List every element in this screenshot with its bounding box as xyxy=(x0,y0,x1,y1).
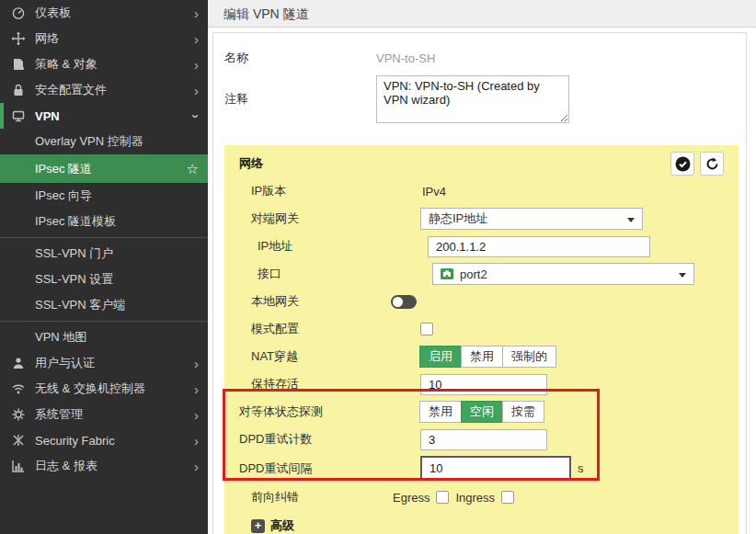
fec-options: Egress Ingress xyxy=(393,491,514,505)
expand-plus-icon[interactable]: + xyxy=(251,519,265,533)
mode-config-label: 模式配置 xyxy=(239,321,420,337)
sidebar-item-label: SSL-VPN 客户端 xyxy=(35,297,125,313)
sidebar-item-system[interactable]: 系统管理 › xyxy=(0,402,208,427)
dpd-disable-button[interactable]: 禁用 xyxy=(419,401,462,423)
fec-ingress-label: Ingress xyxy=(455,491,495,505)
nat-forced-button[interactable]: 强制的 xyxy=(502,346,556,368)
sidebar-item-policy-objects[interactable]: 策略 & 对象 › xyxy=(0,51,208,77)
sidebar-item-dashboard[interactable]: 仪表板 › xyxy=(0,0,208,26)
sidebar-item-sslvpn-portals[interactable]: SSL-VPN 门户 xyxy=(0,241,208,267)
interface-select[interactable]: port2 xyxy=(432,263,694,285)
sidebar-item-label: 用户与认证 xyxy=(35,355,95,371)
sidebar-item-sslvpn-settings[interactable]: SSL-VPN 设置 xyxy=(0,267,208,292)
undo-icon xyxy=(704,156,720,172)
name-value: VPN-to-SH xyxy=(376,51,435,65)
keepalive-row: 保持存活 xyxy=(239,373,724,395)
ip-version-value: IPv4 xyxy=(420,185,446,199)
sidebar-item-wifi-switch-controller[interactable]: 无线 & 交换机控制器 › xyxy=(0,376,208,402)
dpd-retry-count-row: DPD重试计数 xyxy=(239,428,724,450)
page-title: 编辑 VPN 隧道 xyxy=(208,0,756,28)
policy-icon xyxy=(11,57,35,72)
lock-icon xyxy=(11,83,35,97)
chevron-right-icon: › xyxy=(194,408,199,422)
ethernet-port-icon xyxy=(441,268,453,279)
dpd-on-idle-button[interactable]: 空闲 xyxy=(461,401,503,423)
local-gateway-row: 本地网关 xyxy=(239,290,724,312)
sidebar-item-label: 安全配置文件 xyxy=(35,82,107,98)
check-circle-icon xyxy=(675,156,691,172)
dead-peer-detection-row: 对等体状态探测 禁用 空闲 按需 xyxy=(239,401,724,423)
local-gateway-toggle[interactable] xyxy=(391,295,417,309)
sidebar-item-security-fabric[interactable]: Security Fabric › xyxy=(0,427,208,453)
remote-gateway-select[interactable]: 静态IP地址 xyxy=(420,208,643,230)
sidebar-item-overlay-vpn-controller[interactable]: Overlay VPN 控制器 xyxy=(0,129,208,154)
sidebar-item-network[interactable]: 网络 › xyxy=(0,26,208,51)
dpd-on-demand-button[interactable]: 按需 xyxy=(502,401,544,423)
revert-section-button[interactable] xyxy=(700,152,724,176)
sidebar-item-sslvpn-clients[interactable]: SSL-VPN 客户端 xyxy=(0,292,208,318)
sidebar-item-label: SSL-VPN 门户 xyxy=(35,245,113,262)
sidebar-item-vpn-map[interactable]: VPN 地图 xyxy=(0,324,208,350)
interface-row: 接口 port2 xyxy=(239,263,724,285)
fec-ingress-checkbox[interactable] xyxy=(501,491,514,504)
section-actions xyxy=(670,152,724,176)
dpd-retry-count-input[interactable] xyxy=(420,429,547,450)
sidebar-item-label: IPsec 隧道模板 xyxy=(35,213,116,230)
monitor-icon xyxy=(11,108,35,123)
ip-address-input[interactable] xyxy=(428,236,650,257)
sidebar-divider xyxy=(0,237,208,238)
dashboard-icon xyxy=(11,6,35,20)
wifi-icon xyxy=(11,381,35,396)
sidebar-item-ipsec-tunnel-templates[interactable]: IPsec 隧道模板 xyxy=(0,209,208,234)
sidebar-item-ipsec-tunnels[interactable]: IPsec 隧道 ☆ xyxy=(0,154,208,183)
dpd-retry-interval-input[interactable] xyxy=(420,456,571,481)
ip-address-row: IP地址 xyxy=(239,235,724,257)
comments-row: 注释 VPN: VPN-to-SH (Created by VPN wizard… xyxy=(224,75,735,123)
sidebar-item-label: SSL-VPN 设置 xyxy=(35,271,113,288)
sidebar-item-security-profiles[interactable]: 安全配置文件 › xyxy=(0,77,208,103)
main-content: 编辑 VPN 隧道 名称 VPN-to-SH 注释 VPN: VPN-to-SH… xyxy=(208,0,756,534)
sidebar-item-log-report[interactable]: 日志 & 报表 › xyxy=(0,453,208,479)
dpd-segmented-control: 禁用 空闲 按需 xyxy=(420,401,544,423)
network-section-header: 网络 xyxy=(239,153,724,175)
nat-disable-button[interactable]: 禁用 xyxy=(461,346,503,368)
ip-address-label: IP地址 xyxy=(239,238,420,255)
sidebar-item-label: VPN 地图 xyxy=(35,329,86,346)
nat-traversal-label: NAT穿越 xyxy=(239,348,420,365)
sidebar-item-label: Overlay VPN 控制器 xyxy=(35,133,143,150)
keepalive-input[interactable] xyxy=(420,374,547,395)
remote-gateway-label: 对端网关 xyxy=(239,210,420,227)
comments-label: 注释 xyxy=(224,91,376,108)
dpd-retry-interval-label: DPD重试间隔 xyxy=(239,460,420,477)
chevron-right-icon: › xyxy=(194,460,199,473)
chevron-right-icon: › xyxy=(194,382,199,396)
advanced-row: + 高级 xyxy=(239,517,724,534)
ip-version-label: IP版本 xyxy=(239,183,420,199)
sidebar-item-user-authentication[interactable]: 用户与认证 › xyxy=(0,350,208,376)
mode-config-row: 模式配置 xyxy=(239,318,724,340)
sidebar-divider xyxy=(0,321,208,322)
remote-gateway-selected-value: 静态IP地址 xyxy=(429,210,487,227)
sidebar: 仪表板 › 网络 › 策略 & 对象 › 安全配置文件 › VPN › Over… xyxy=(0,0,208,534)
star-icon[interactable]: ☆ xyxy=(187,161,199,177)
sidebar-item-label: 仪表板 xyxy=(35,5,71,21)
fec-egress-label: Egress xyxy=(393,491,430,505)
nat-enable-button[interactable]: 启用 xyxy=(419,346,462,368)
mode-config-checkbox[interactable] xyxy=(420,323,433,335)
advanced-toggle-label[interactable]: 高级 xyxy=(270,517,294,534)
chevron-right-icon: › xyxy=(194,434,199,448)
user-icon xyxy=(11,356,35,370)
sidebar-item-label: 系统管理 xyxy=(35,406,83,423)
nat-traversal-segmented-control: 启用 禁用 强制的 xyxy=(420,346,556,368)
fec-egress-checkbox[interactable] xyxy=(436,491,449,504)
chevron-right-icon: › xyxy=(194,357,199,370)
remote-gateway-row: 对端网关 静态IP地址 xyxy=(239,208,724,230)
comments-textarea[interactable]: VPN: VPN-to-SH (Created by VPN wizard) xyxy=(376,75,569,123)
sidebar-item-label: 无线 & 交换机控制器 xyxy=(35,381,145,397)
name-label: 名称 xyxy=(224,50,376,66)
sidebar-item-ipsec-wizard[interactable]: IPsec 向导 xyxy=(0,183,208,209)
sidebar-item-label: 策略 & 对象 xyxy=(35,56,97,73)
confirm-section-button[interactable] xyxy=(670,152,694,176)
nat-traversal-row: NAT穿越 启用 禁用 强制的 xyxy=(239,346,724,368)
sidebar-item-vpn[interactable]: VPN › xyxy=(0,103,208,129)
